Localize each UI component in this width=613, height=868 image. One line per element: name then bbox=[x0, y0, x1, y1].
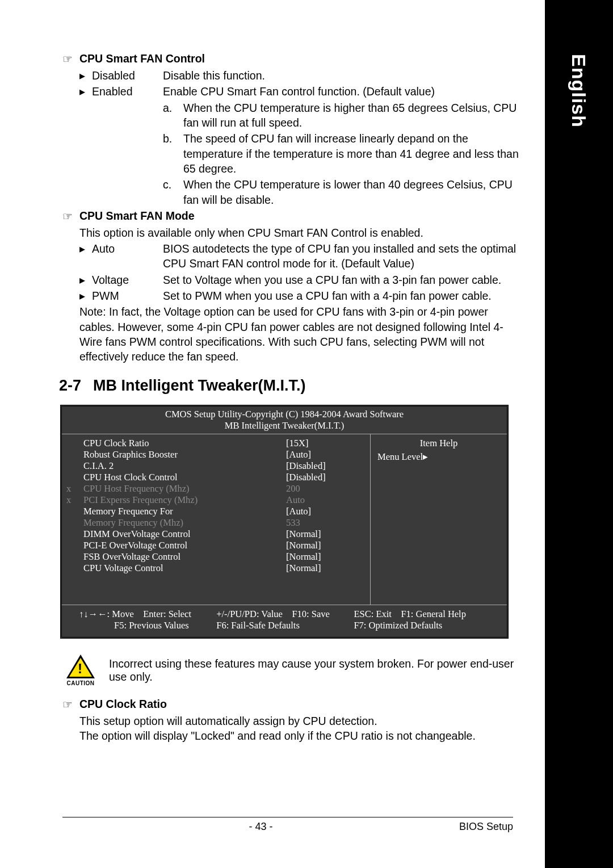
section-title: CPU Smart FAN Mode bbox=[79, 209, 195, 223]
page-footer: - 43 - BIOS Setup bbox=[62, 817, 513, 833]
bios-value: [Disabled] bbox=[286, 460, 366, 472]
section-cpu-smart-fan-control: ☞ CPU Smart FAN Control ▸ Disabled Disab… bbox=[62, 52, 522, 207]
section-title: CPU Clock Ratio bbox=[79, 698, 167, 711]
language-label: English bbox=[568, 54, 590, 128]
bios-title: CMOS Setup Utility-Copyright (C) 1984-20… bbox=[62, 406, 507, 420]
bios-item: Memory Frequency For bbox=[83, 506, 286, 517]
bios-item: CPU Host Frequency (Mhz) bbox=[83, 483, 286, 494]
option-row: ▸ Disabled Disable this function. bbox=[79, 68, 522, 83]
bios-hint: ESC: Exit F1: General Help bbox=[354, 609, 491, 620]
sub-item: b. The speed of CPU fan will increase li… bbox=[163, 131, 522, 176]
bios-hint: F7: Optimized Defaults bbox=[354, 620, 491, 631]
sub-text: When the CPU temperature is higher than … bbox=[183, 100, 522, 131]
section-cpu-clock-ratio: ☞ CPU Clock Ratio This setup option will… bbox=[62, 698, 522, 744]
option-label: Enabled bbox=[92, 84, 163, 99]
option-row: ▸ PWM Set to PWM when you use a CPU fan … bbox=[79, 288, 522, 303]
option-row: ▸ Enabled Enable CPU Smart Fan control f… bbox=[79, 84, 522, 99]
section-note: Note: In fact, the Voltage option can be… bbox=[79, 304, 522, 364]
pointer-icon: ☞ bbox=[62, 52, 79, 66]
bios-value: [Auto] bbox=[286, 449, 366, 460]
option-desc: BIOS autodetects the type of CPU fan you… bbox=[163, 241, 522, 271]
sub-text: The speed of CPU fan will increase linea… bbox=[183, 131, 522, 176]
bios-left-pane: CPU Clock Ratio[15X] Robust Graphics Boo… bbox=[62, 434, 371, 605]
bios-menu-level: Menu Level▸ bbox=[377, 451, 500, 463]
bios-right-pane: Item Help Menu Level▸ bbox=[371, 434, 507, 605]
bios-hint: ↑↓→←: Move Enter: Select bbox=[79, 609, 216, 620]
triangle-icon: ▸ bbox=[79, 241, 92, 271]
triangle-icon: ▸ bbox=[79, 68, 92, 83]
bios-hint: +/-/PU/PD: Value F10: Save bbox=[216, 609, 354, 620]
bios-item: PCI-E OverVoltage Control bbox=[83, 540, 286, 551]
bios-item: CPU Host Clock Control bbox=[83, 472, 286, 483]
option-label: Voltage bbox=[92, 272, 163, 287]
bios-value: [15X] bbox=[286, 438, 366, 449]
option-row: ▸ Auto BIOS autodetects the type of CPU … bbox=[79, 241, 522, 271]
bios-value: Auto bbox=[286, 494, 366, 506]
page-number: - 43 - bbox=[62, 821, 459, 833]
document-page: ☞ CPU Smart FAN Control ▸ Disabled Disab… bbox=[0, 0, 545, 868]
bios-value: [Normal] bbox=[286, 551, 366, 563]
option-desc: Set to PWM when you use a CPU fan with a… bbox=[163, 288, 522, 303]
bios-item: PCI Experss Frequency (Mhz) bbox=[83, 494, 286, 506]
caution-text: Incorrect using these features may cause… bbox=[109, 657, 522, 684]
bios-value: 533 bbox=[286, 517, 366, 529]
option-desc: Set to Voltage when you use a CPU fan wi… bbox=[163, 272, 522, 287]
section-text: The option will display "Locked" and rea… bbox=[79, 728, 522, 743]
bios-item: DIMM OverVoltage Control bbox=[83, 529, 286, 540]
bios-screenshot: CMOS Setup Utility-Copyright (C) 1984-20… bbox=[60, 405, 509, 639]
triangle-icon: ▸ bbox=[79, 84, 92, 99]
sub-item: a. When the CPU temperature is higher th… bbox=[163, 100, 522, 131]
option-desc: Enable CPU Smart Fan control function. (… bbox=[163, 84, 522, 99]
caution-icon: ! CAUTION bbox=[62, 655, 99, 686]
section-title: CPU Smart FAN Control bbox=[79, 52, 205, 66]
bios-subtitle: MB Intelligent Tweaker(M.I.T.) bbox=[62, 420, 507, 434]
option-label: PWM bbox=[92, 288, 163, 303]
caution-block: ! CAUTION Incorrect using these features… bbox=[62, 655, 522, 686]
bios-item-help-title: Item Help bbox=[377, 438, 500, 449]
language-tab: English bbox=[545, 0, 613, 182]
sub-letter: b. bbox=[163, 131, 183, 176]
pointer-icon: ☞ bbox=[62, 698, 79, 711]
bios-item: Memory Frequency (Mhz) bbox=[83, 517, 286, 529]
bios-value: [Disabled] bbox=[286, 472, 366, 483]
section-text: This setup option will automatically ass… bbox=[79, 714, 522, 728]
bios-value: [Normal] bbox=[286, 540, 366, 551]
bios-value: [Normal] bbox=[286, 563, 366, 574]
bios-item: Robust Graphics Booster bbox=[83, 449, 286, 460]
caution-label: CAUTION bbox=[62, 680, 99, 686]
chapter-heading: 2-7 MB Intelligent Tweaker(M.I.T.) bbox=[59, 377, 522, 395]
section-intro: This option is available only when CPU S… bbox=[79, 225, 522, 240]
bios-item: CPU Voltage Control bbox=[83, 563, 286, 574]
chapter-title: MB Intelligent Tweaker(M.I.T.) bbox=[93, 377, 306, 395]
triangle-icon: ▸ bbox=[79, 272, 92, 287]
option-desc: Disable this function. bbox=[163, 68, 522, 83]
bios-value: [Auto] bbox=[286, 506, 366, 517]
section-cpu-smart-fan-mode: ☞ CPU Smart FAN Mode This option is avai… bbox=[62, 209, 522, 364]
pointer-icon: ☞ bbox=[62, 209, 79, 223]
bios-item: C.I.A. 2 bbox=[83, 460, 286, 472]
option-label: Disabled bbox=[92, 68, 163, 83]
option-row: ▸ Voltage Set to Voltage when you use a … bbox=[79, 272, 522, 287]
option-label: Auto bbox=[92, 241, 163, 271]
sub-letter: a. bbox=[163, 100, 183, 131]
bios-value: [Normal] bbox=[286, 529, 366, 540]
bios-item: CPU Clock Ratio bbox=[83, 438, 286, 449]
bios-footer: ↑↓→←: Move Enter: Select +/-/PU/PD: Valu… bbox=[62, 605, 507, 637]
sub-letter: c. bbox=[163, 177, 183, 207]
sub-item: c. When the CPU temperature is lower tha… bbox=[163, 177, 522, 207]
sub-text: When the CPU temperature is lower than 4… bbox=[183, 177, 522, 207]
bios-item: FSB OverVoltage Control bbox=[83, 551, 286, 563]
footer-title: BIOS Setup bbox=[459, 821, 513, 833]
bios-hint: F6: Fail-Safe Defaults bbox=[216, 620, 354, 631]
bios-hint: F5: Previous Values bbox=[79, 620, 216, 631]
bios-value: 200 bbox=[286, 483, 366, 494]
triangle-icon: ▸ bbox=[79, 288, 92, 303]
chapter-number: 2-7 bbox=[59, 377, 93, 395]
